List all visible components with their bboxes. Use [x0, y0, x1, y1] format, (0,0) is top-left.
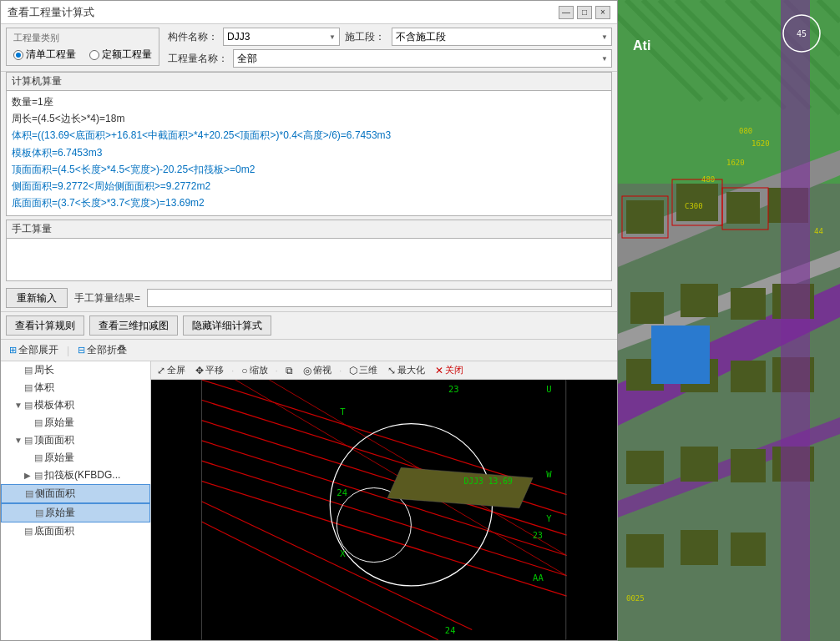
tree-icon-zhouzhang: ▤ — [24, 365, 33, 376]
svg-rect-45 — [726, 192, 760, 224]
bottom-area: ⊞ 全部展开 | ⊟ 全部折叠 ▤ 周长 ▤ 体 — [1, 339, 617, 640]
viewer-panel: ⤢ 全屏 ✥ 平移 · ○ 缩放 · ⧉ — [151, 361, 617, 640]
svg-rect-62 — [651, 326, 710, 384]
title-bar-buttons: — □ × — [559, 6, 610, 19]
tree-toolbar: ⊞ 全部展开 | ⊟ 全部折叠 — [1, 339, 617, 361]
radio-qingdan-circle[interactable] — [13, 50, 23, 60]
three-d-view-button[interactable]: 查看三维扣减图 — [89, 315, 178, 336]
calc-content: 数量=1座 周长=(4.5<边长>*4)=18m 体积=((13.69<底面积>… — [7, 91, 611, 215]
quantity-name-label: 工程量名称： — [168, 52, 228, 66]
svg-text:0025: 0025 — [626, 594, 645, 603]
zoom-tool[interactable]: ○ 缩放 — [239, 363, 270, 377]
tree-item-mubantiji[interactable]: ▼ ▤ 模板体积 — [1, 396, 150, 414]
tree-item-yuanshiliang-3[interactable]: ▤ 原始量 — [1, 503, 150, 522]
top-view-label: 俯视 — [313, 364, 331, 376]
hide-details-button[interactable]: 隐藏详细计算式 — [183, 315, 271, 336]
tree-item-tiji[interactable]: ▤ 体积 — [1, 379, 150, 396]
maximize-tool[interactable]: ⤡ 最大化 — [385, 363, 428, 377]
radio-dinge-circle[interactable] — [89, 50, 99, 60]
split-area: ▤ 周长 ▤ 体积 ▼ ▤ 模板体积 ▤ 原始量 — [1, 361, 617, 640]
manual-section-title: 手工算量 — [7, 220, 611, 239]
calc-line-0: 数量=1座 — [12, 94, 606, 110]
tree-icon-tiji: ▤ — [24, 382, 33, 393]
tree-item-cemian[interactable]: ▤ 侧面面积 — [1, 484, 150, 503]
component-select-arrow: ▼ — [329, 33, 336, 41]
copy-tool[interactable]: ⧉ — [283, 364, 296, 377]
tree-label-dingmian: 顶面面积 — [34, 433, 74, 447]
fullscreen-label: 全屏 — [167, 364, 185, 376]
radio-dinge[interactable]: 定额工程量 — [89, 48, 152, 62]
action-buttons-row: 重新输入 手工算量结果= — [1, 285, 617, 311]
calc-section: 计算机算量 数量=1座 周长=(4.5<边长>*4)=18m 体积=((13.6… — [6, 72, 612, 216]
tree-label-dimian: 底面面积 — [34, 524, 74, 538]
close-viewer-icon: ✕ — [435, 365, 443, 376]
stage-select[interactable]: 不含施工段 ▼ — [392, 28, 612, 46]
tree-icon-cemian: ▤ — [25, 488, 33, 499]
title-bar: 查看工程量计算式 — □ × — [1, 1, 617, 24]
reenter-button[interactable]: 重新输入 — [6, 288, 68, 308]
viewer-sep-1: · — [231, 365, 234, 376]
three-d-tool[interactable]: ⬡ 三维 — [347, 363, 380, 377]
calc-rules-button[interactable]: 查看计算规则 — [6, 315, 84, 336]
svg-rect-53 — [731, 361, 766, 392]
svg-text:DJJ3 13.69: DJJ3 13.69 — [464, 477, 514, 487]
expand-all-btn[interactable]: ⊞ 全部展开 — [6, 342, 62, 358]
calc-section-title: 计算机算量 — [7, 73, 611, 91]
calc-line-3: 模板体积=6.7453m3 — [12, 145, 606, 161]
tree-item-yuanshiliang-1[interactable]: ▤ 原始量 — [1, 414, 150, 432]
collapse-all-btn[interactable]: ⊟ 全部折叠 — [74, 342, 130, 358]
quantity-name-row: 工程量名称： 全部 ▼ — [168, 49, 612, 68]
manual-section: 手工算量 — [6, 220, 612, 281]
svg-text:C300: C300 — [685, 202, 703, 210]
viewer-sep-2: · — [276, 365, 278, 376]
close-tool[interactable]: ✕ 关闭 — [433, 363, 466, 377]
close-button[interactable]: × — [595, 6, 610, 19]
svg-text:X: X — [340, 548, 346, 558]
tree-expand-dimian — [14, 527, 23, 536]
manual-content — [7, 239, 611, 280]
svg-rect-63 — [781, 0, 810, 641]
svg-rect-59 — [626, 534, 664, 568]
tree-item-zhouzhang[interactable]: ▤ 周长 — [1, 361, 150, 379]
tree-label-yuanshiliang-2: 原始量 — [44, 451, 74, 465]
three-d-icon: ⬡ — [349, 365, 357, 376]
copy-icon: ⧉ — [286, 365, 293, 376]
calc-line-2: 体积=((13.69<底面积>+16.81<中截面积>*4+20.25<顶面积>… — [12, 128, 606, 144]
tree-item-dimian[interactable]: ▤ 底面面积 — [1, 522, 150, 540]
tree-item-yuanshiliang-2[interactable]: ▤ 原始量 — [1, 449, 150, 467]
quantity-name-arrow: ▼ — [601, 55, 608, 63]
tree-expand-yuanshiliang-1 — [24, 418, 33, 427]
svg-text:45: 45 — [797, 29, 807, 38]
svg-rect-55 — [626, 451, 664, 484]
svg-text:1620: 1620 — [751, 139, 770, 148]
svg-text:W: W — [546, 470, 552, 480]
tree-item-kufaban[interactable]: ▶ ▤ 扣筏板(KFBDG... — [1, 467, 150, 484]
tree-label-kufaban: 扣筏板(KFBDG... — [44, 468, 120, 482]
svg-text:AA: AA — [533, 573, 544, 583]
pan-tool[interactable]: ✥ 平移 — [193, 363, 226, 377]
svg-text:44: 44 — [814, 227, 823, 235]
maximize-button[interactable]: □ — [577, 6, 592, 19]
tree-panel: ▤ 周长 ▤ 体积 ▼ ▤ 模板体积 ▤ 原始量 — [1, 361, 151, 640]
calc-line-1: 周长=(4.5<边长>*4)=18m — [12, 111, 606, 127]
component-label: 构件名称： — [168, 30, 218, 44]
tree-label-zhouzhang: 周长 — [34, 363, 54, 377]
calc-line-5: 侧面面积=9.2772<周始侧面面积>=9.2772m2 — [12, 179, 606, 194]
manual-result-input[interactable] — [147, 289, 612, 307]
top-view-tool[interactable]: ◎ 俯视 — [301, 363, 334, 377]
radio-qingdan[interactable]: 清单工程量 — [13, 48, 76, 62]
radio-qingdan-label: 清单工程量 — [26, 48, 76, 62]
svg-text:24: 24 — [445, 625, 456, 635]
component-select[interactable]: DJJ3 ▼ — [223, 28, 340, 46]
radio-group: 清单工程量 定额工程量 — [13, 48, 152, 62]
fullscreen-tool[interactable]: ⤢ 全屏 — [154, 363, 188, 377]
svg-text:23: 23 — [533, 532, 543, 541]
tree-item-dingmian[interactable]: ▼ ▤ 顶面面积 — [1, 432, 150, 449]
svg-rect-49 — [731, 288, 766, 320]
viewer-sep-3: · — [339, 365, 342, 376]
quantity-name-select[interactable]: 全部 ▼ — [233, 49, 612, 68]
minimize-button[interactable]: — — [559, 6, 574, 19]
calc-line-6: 底面面积=(3.7<长度>*3.7<宽度>)=13.69m2 — [12, 195, 606, 211]
tree-label-cemian: 侧面面积 — [35, 487, 75, 501]
component-select-value: DJJ3 — [227, 31, 250, 43]
